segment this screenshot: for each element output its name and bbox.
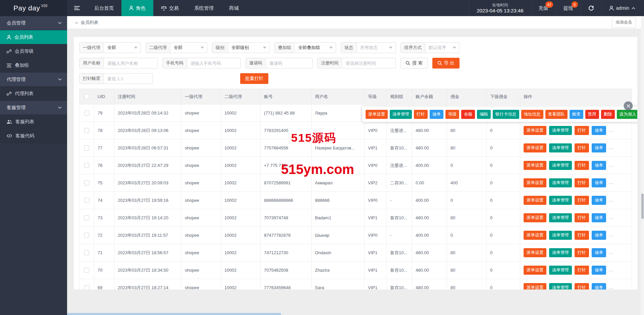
row-action-button[interactable]: 做单 — [592, 248, 606, 257]
sidebar-item-1[interactable]: 会员列表 — [0, 30, 67, 44]
row-checkbox[interactable] — [84, 250, 89, 255]
sidebar-item-3[interactable]: 叠加组 — [0, 58, 67, 73]
row-more-actions-button[interactable]: ... — [609, 232, 614, 237]
filter-input-field[interactable] — [187, 58, 240, 68]
row-action-button[interactable]: 做单 — [592, 126, 606, 135]
sidebar-group-0[interactable]: 会员管理 — [0, 16, 67, 30]
row-action-button[interactable]: 连单管理 — [549, 126, 572, 135]
row-checkbox[interactable] — [84, 233, 89, 238]
sidebar-item-8[interactable]: 客服代码 — [0, 129, 67, 143]
row-action-button[interactable]: 做单 — [592, 283, 606, 289]
row-action-button[interactable]: 派单设置 — [524, 143, 546, 152]
row-action-button[interactable]: 打针 — [575, 283, 589, 289]
popup-action-button[interactable]: 禁用 — [585, 110, 599, 119]
row-more-actions-button[interactable]: ... — [609, 267, 614, 272]
sidebar-group-4[interactable]: 代理管理 — [0, 73, 67, 87]
row-action-button[interactable]: 打针 — [575, 213, 589, 222]
row-checkbox[interactable] — [84, 163, 89, 168]
row-action-button[interactable]: 打针 — [575, 248, 589, 257]
row-checkbox[interactable] — [84, 110, 89, 116]
popup-action-button[interactable]: 编辑 — [477, 110, 491, 119]
row-action-button[interactable]: 打针 — [575, 143, 589, 152]
row-action-button[interactable]: 派单设置 — [524, 161, 546, 170]
popup-action-button[interactable]: 做单 — [430, 110, 443, 119]
vertical-scrollbar[interactable] — [641, 16, 644, 315]
row-action-button[interactable]: 打针 — [575, 196, 589, 205]
popup-action-button[interactable]: 等级 — [445, 110, 459, 119]
filter-select-2[interactable]: 级别全部级别 — [212, 42, 270, 53]
row-checkbox[interactable] — [84, 285, 89, 289]
select-all-checkbox[interactable] — [84, 94, 89, 99]
row-more-actions-button[interactable]: ... — [609, 162, 614, 168]
row-action-button[interactable]: 派单设置 — [524, 196, 546, 205]
popup-action-button[interactable]: 连单管理 — [390, 110, 412, 119]
row-more-actions-button[interactable]: ... — [609, 127, 614, 133]
refresh-button[interactable] — [581, 0, 601, 16]
row-more-actions-button[interactable]: ... — [609, 215, 614, 220]
row-action-button[interactable]: 连单管理 — [549, 266, 572, 275]
row-more-actions-button[interactable]: ... — [609, 250, 614, 255]
nav-item-trade[interactable]: 交易 — [153, 0, 186, 16]
search-button[interactable]: 搜 索 — [400, 58, 428, 69]
popup-action-button[interactable]: 派单设置 — [366, 110, 388, 119]
sidebar-group-6[interactable]: 客服管理 — [0, 101, 67, 115]
export-button[interactable]: 导 出 — [432, 58, 460, 69]
filter-select-0[interactable]: 一级代理全部 — [79, 42, 141, 53]
needle-range-input[interactable] — [104, 74, 153, 84]
withdraw-button[interactable]: 提现 0 — [556, 0, 581, 16]
sidebar-item-5[interactable]: 代理列表 — [0, 87, 67, 101]
popup-close-button[interactable] — [624, 101, 633, 110]
row-action-button[interactable]: 做单 — [592, 161, 606, 170]
row-more-actions-button[interactable]: ... — [609, 284, 614, 289]
row-action-button[interactable]: 做单 — [592, 213, 606, 222]
row-checkbox[interactable] — [84, 128, 89, 133]
row-action-button[interactable]: 连单管理 — [549, 196, 572, 205]
row-action-button[interactable]: 做单 — [592, 266, 606, 275]
row-checkbox[interactable] — [84, 268, 89, 273]
row-action-button[interactable]: 派单设置 — [524, 178, 546, 187]
vertical-scrollbar-thumb[interactable] — [641, 193, 644, 219]
row-action-button[interactable]: 打针 — [575, 178, 589, 187]
filter-select-5[interactable]: 排序方式默认排序 — [400, 42, 460, 53]
sidebar-item-7[interactable]: 客服列表 — [0, 115, 67, 129]
row-action-button[interactable]: 连单管理 — [549, 248, 572, 257]
row-more-actions-button[interactable]: ... — [609, 180, 614, 185]
row-checkbox[interactable] — [84, 145, 89, 150]
user-menu[interactable]: admin — [601, 0, 644, 16]
popup-action-button[interactable]: 账变 — [570, 110, 583, 119]
row-action-button[interactable]: 连单管理 — [549, 161, 572, 170]
filter-select-3[interactable]: 叠加组全部叠加组 — [274, 42, 336, 53]
filter-select-4[interactable]: 状态所有状态 — [341, 42, 396, 53]
popup-action-button[interactable]: 查看团队 — [545, 110, 568, 119]
row-action-button[interactable]: 连单管理 — [549, 143, 572, 152]
popup-action-button[interactable]: 打针 — [414, 110, 428, 119]
sidebar-toggle-button[interactable] — [67, 0, 87, 16]
row-checkbox[interactable] — [84, 180, 89, 185]
row-action-button[interactable]: 连单管理 — [549, 283, 572, 289]
row-action-button[interactable]: 做单 — [592, 178, 606, 187]
row-action-button[interactable]: 连单管理 — [549, 213, 572, 222]
recharge-button[interactable]: 充值 47 — [531, 0, 556, 16]
filter-select-1[interactable]: 二级代理全部 — [146, 42, 207, 53]
row-action-button[interactable]: 派单设置 — [524, 248, 546, 257]
nav-item-dashboard[interactable]: 后台首页 — [87, 0, 121, 16]
nav-item-role[interactable]: 角色 — [121, 0, 153, 16]
nav-item-mall[interactable]: 商城 — [221, 0, 247, 16]
nav-item-system[interactable]: 系统管理 — [186, 0, 221, 16]
sidebar-item-2[interactable]: 会员等级 — [0, 44, 67, 58]
row-checkbox[interactable] — [84, 198, 89, 203]
row-action-button[interactable]: 连单管理 — [549, 178, 572, 187]
row-action-button[interactable]: 派单设置 — [524, 213, 546, 222]
row-action-button[interactable]: 打针 — [575, 126, 589, 135]
row-action-button[interactable]: 派单设置 — [524, 231, 546, 240]
row-action-button[interactable]: 连单管理 — [549, 231, 572, 240]
popup-action-button[interactable]: 设为假人 — [617, 110, 638, 119]
row-more-actions-button[interactable]: ... — [609, 145, 614, 150]
row-action-button[interactable]: 打针 — [575, 161, 589, 170]
popup-action-button[interactable]: 地址信息 — [521, 110, 543, 119]
row-action-button[interactable]: 派单设置 — [524, 283, 546, 289]
popup-action-button[interactable]: 银行卡信息 — [493, 110, 519, 119]
add-member-button[interactable]: 添加会员 — [612, 17, 636, 28]
row-action-button[interactable]: 派单设置 — [524, 126, 546, 135]
popup-action-button[interactable]: 余额 — [461, 110, 475, 119]
